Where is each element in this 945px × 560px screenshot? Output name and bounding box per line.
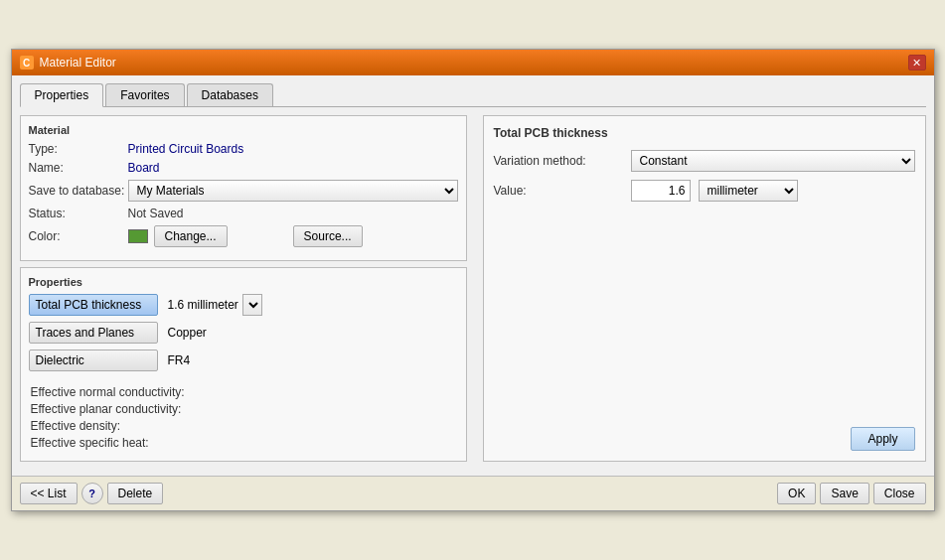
save-to-database-row: Save to database: My Materials <box>29 180 458 202</box>
effective-planar: Effective planar conductivity: <box>29 402 458 416</box>
color-row: Color: Change... Source... <box>29 225 458 247</box>
status-value: Not Saved <box>128 207 184 220</box>
value-unit-dropdown[interactable]: millimeter inch cm <box>699 180 798 202</box>
color-swatch <box>128 229 148 243</box>
total-pcb-value: 1.6 millimeter <box>168 294 262 316</box>
variation-method-label: Variation method: <box>494 154 623 168</box>
tab-bar: Properties Favorites Databases <box>20 83 926 107</box>
effective-density: Effective density: <box>29 419 458 433</box>
change-color-button[interactable]: Change... <box>154 225 228 247</box>
variation-method-dropdown[interactable]: Constant <box>631 150 915 172</box>
name-value: Board <box>128 161 160 175</box>
status-label: Status: <box>29 207 128 220</box>
titlebar-left: C Material Editor <box>20 56 116 70</box>
name-row: Name: Board <box>29 161 458 175</box>
tab-databases[interactable]: Databases <box>187 83 273 106</box>
bottom-right: OK Save Close <box>777 483 925 504</box>
titlebar-title: Material Editor <box>40 56 116 70</box>
total-pcb-thickness-button[interactable]: Total PCB thickness <box>29 294 158 316</box>
apply-button[interactable]: Apply <box>851 427 914 451</box>
list-button[interactable]: << List <box>20 483 78 504</box>
close-button[interactable]: Close <box>873 483 926 504</box>
effective-normal: Effective normal conductivity: <box>29 385 458 399</box>
color-label: Color: <box>29 229 128 243</box>
delete-button[interactable]: Delete <box>107 483 164 504</box>
app-icon: C <box>20 56 34 70</box>
spacer <box>494 210 915 417</box>
effective-rows: Effective normal conductivity: Effective… <box>29 385 458 450</box>
left-panel: Material Type: Printed Circuit Boards Na… <box>20 115 467 462</box>
apply-row: Apply <box>494 417 915 451</box>
type-label: Type: <box>29 142 128 156</box>
save-button[interactable]: Save <box>820 483 868 504</box>
right-panel-inner: Total PCB thickness Variation method: Co… <box>483 115 926 462</box>
right-section-title: Total PCB thickness <box>494 126 915 140</box>
effective-specific-heat: Effective specific heat: <box>29 436 458 450</box>
value-input[interactable] <box>631 180 691 202</box>
save-to-database-dropdown-row: My Materials <box>128 180 458 202</box>
source-button[interactable]: Source... <box>293 225 363 247</box>
ok-button[interactable]: OK <box>777 483 816 504</box>
material-editor-window: C Material Editor ✕ Properties Favorites… <box>11 49 935 511</box>
right-panel: Total PCB thickness Variation method: Co… <box>475 115 926 462</box>
type-row: Type: Printed Circuit Boards <box>29 142 458 156</box>
save-to-database-dropdown[interactable]: My Materials <box>128 180 458 202</box>
material-section: Material Type: Printed Circuit Boards Na… <box>20 115 467 261</box>
dielectric-value: FR4 <box>168 353 191 367</box>
value-label: Value: <box>494 184 623 198</box>
variation-method-row: Variation method: Constant <box>494 150 915 172</box>
prop-item-dielectric: Dielectric FR4 <box>29 350 458 371</box>
help-button[interactable]: ? <box>81 483 103 504</box>
dielectric-button[interactable]: Dielectric <box>29 350 158 371</box>
color-controls: Change... Source... <box>128 225 363 247</box>
properties-section: Properties Total PCB thickness 1.6 milli… <box>20 267 467 462</box>
total-pcb-value-text: 1.6 millimeter <box>168 298 238 312</box>
status-row: Status: Not Saved <box>29 207 458 220</box>
titlebar: C Material Editor ✕ <box>12 50 934 75</box>
traces-and-planes-button[interactable]: Traces and Planes <box>29 322 158 344</box>
prop-item-traces: Traces and Planes Copper <box>29 322 458 344</box>
properties-section-title: Properties <box>29 276 458 288</box>
name-label: Name: <box>29 161 128 175</box>
total-pcb-dropdown[interactable] <box>242 294 262 316</box>
material-section-title: Material <box>29 124 458 136</box>
prop-item-total-pcb: Total PCB thickness 1.6 millimeter <box>29 294 458 316</box>
traces-value: Copper <box>168 326 207 340</box>
tab-properties[interactable]: Properties <box>20 83 104 107</box>
type-value: Printed Circuit Boards <box>128 142 244 156</box>
save-to-database-label: Save to database: <box>29 184 128 198</box>
bottom-left: << List ? Delete <box>20 483 164 504</box>
content-area: Properties Favorites Databases Material … <box>12 75 934 470</box>
tab-favorites[interactable]: Favorites <box>105 83 184 106</box>
close-window-button[interactable]: ✕ <box>908 55 926 70</box>
bottom-bar: << List ? Delete OK Save Close <box>12 476 934 510</box>
main-area: Material Type: Printed Circuit Boards Na… <box>20 115 926 462</box>
value-row: Value: millimeter inch cm <box>494 180 915 202</box>
